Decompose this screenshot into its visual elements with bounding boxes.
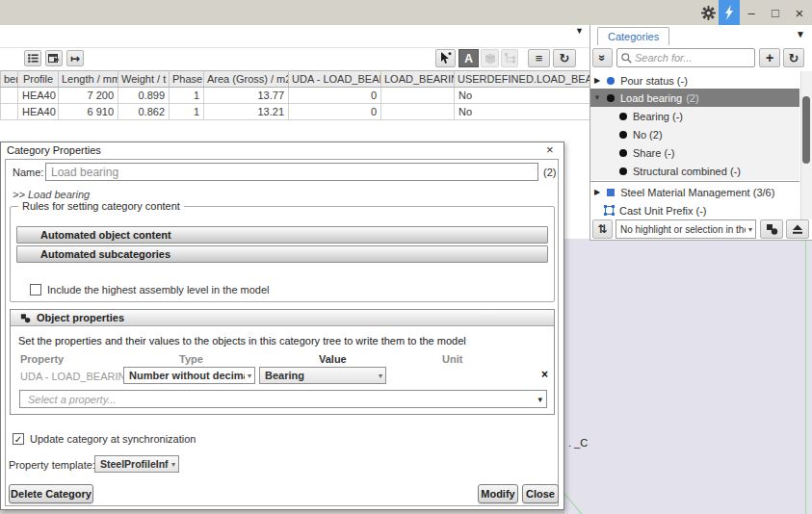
dropdown-value: No highlight or selection in the mod [616, 224, 746, 235]
tree-item-pour-status[interactable]: ▶ Pour status (-) [590, 71, 799, 90]
report-list-button[interactable] [24, 50, 41, 66]
tree-item-label: Pour status (-) [620, 75, 688, 87]
check-icon: ✓ [14, 434, 22, 445]
expander-automated-object-content[interactable]: Automated object content [16, 226, 548, 244]
eject-button[interactable] [786, 219, 809, 239]
model-viewport[interactable]: . _C [564, 239, 812, 514]
select-property-combobox[interactable]: Select a property... ▾ [19, 390, 547, 408]
cell [381, 88, 455, 104]
minimize-button[interactable]: – [742, 3, 761, 22]
cursor-arrow-icon [440, 52, 452, 64]
table-row[interactable]: HEA40 7 200 0.899 1 13.77 0 No [1, 88, 590, 104]
checkbox-checked[interactable]: ✓ [13, 433, 24, 445]
table-row[interactable]: HEA40 6 910 0.862 1 13.21 0 No [1, 104, 590, 120]
list-view-button[interactable]: ≡ [528, 49, 550, 67]
plus-icon: + [766, 50, 773, 65]
tree-item-bearing[interactable]: Bearing (-) [590, 107, 799, 125]
text-mode-button[interactable]: A [458, 49, 479, 67]
property-type-select[interactable]: Number without decimal: ▾ [123, 367, 255, 384]
hierarchy-button [501, 49, 518, 67]
remove-property-icon[interactable]: × [541, 368, 548, 381]
divider [0, 47, 589, 48]
gear-icon[interactable] [698, 3, 718, 22]
scrollbar-thumb[interactable] [802, 96, 810, 164]
marquee-icon [604, 205, 615, 216]
expander-automated-subcategories[interactable]: Automated subcategories [16, 245, 548, 263]
categories-panel: Categories ▼ » Search for... + ↻ ▶ Pour … [589, 25, 812, 241]
cell [1, 104, 18, 120]
name-input[interactable]: Load bearing [45, 163, 538, 181]
expand-arrow-icon[interactable]: ▶ [594, 188, 600, 196]
column-header[interactable]: Profile [18, 71, 59, 88]
grid-line-diagonal [563, 493, 583, 514]
refresh-table-button[interactable]: ↻ [553, 49, 576, 67]
search-input[interactable]: Search for... [616, 48, 755, 67]
tree-item-structural-combined[interactable]: Structural combined (-) [590, 162, 799, 180]
update-category-checkbox-row[interactable]: ✓ Update category at synchronization [13, 433, 196, 445]
collapse-arrow-icon[interactable]: ▼ [593, 93, 601, 102]
highlight-mode-dropdown[interactable]: No highlight or selection in the mod ▾ [616, 219, 756, 239]
black-bullet-icon [619, 149, 627, 157]
column-property-label: Property [20, 353, 64, 365]
tree-item-label: No (2) [633, 129, 663, 141]
cell: 1 [170, 104, 204, 120]
window-titlebar: – □ × [0, 0, 812, 25]
column-header[interactable]: UDA - LOAD_BEARING [289, 71, 381, 88]
refresh-icon: ↻ [789, 51, 799, 65]
tekla-app-icon[interactable] [719, 0, 740, 25]
tree-item-cast-unit-prefix[interactable]: Cast Unit Prefix (-) [590, 201, 799, 219]
dialog-titlebar[interactable]: Category Properties × [1, 142, 563, 158]
tree-item-no[interactable]: No (2) [590, 125, 799, 143]
column-header[interactable]: USERDEFINED.LOAD_BEARING [455, 71, 590, 88]
tree-item-count: (2) [686, 92, 698, 104]
object-properties-panel: Object properties Set the properties and… [10, 309, 555, 415]
panel-menu-arrow-icon[interactable]: ▼ [796, 29, 805, 39]
sync-selection-button[interactable]: ⇅ [592, 219, 613, 239]
column-header[interactable]: Weight / t [118, 71, 170, 88]
close-button[interactable]: Close [522, 484, 559, 503]
value-select-value: Bearing [260, 370, 376, 381]
tab-categories[interactable]: Categories [597, 27, 669, 45]
cell: No [455, 88, 590, 104]
dialog-close-icon[interactable]: × [546, 142, 554, 157]
tree-item-load-bearing-selected[interactable]: ▼ Load bearing (2) [590, 89, 799, 107]
column-header[interactable]: ber [1, 71, 18, 88]
export-icon: ↦ [70, 52, 80, 65]
tree-scrollbar[interactable] [800, 71, 812, 219]
column-header[interactable]: Phase [170, 71, 204, 88]
model-object-table: ber Profile Length / mm Weight / t Phase… [0, 70, 590, 120]
expand-arrow-icon[interactable]: ▶ [594, 76, 600, 85]
tree-separator [590, 181, 799, 182]
tree-item-steel-material-management[interactable]: ▶ Steel Material Management (3/6) [590, 183, 799, 201]
refresh-categories-button[interactable]: ↻ [783, 48, 804, 67]
double-chevron-icon: » [596, 55, 610, 62]
include-assembly-checkbox-row[interactable]: Include the highest assembly level in th… [30, 284, 270, 296]
object-display-button[interactable] [760, 219, 783, 239]
tree-item-share[interactable]: Share (-) [590, 143, 799, 162]
column-header[interactable]: Length / mm [59, 71, 118, 88]
modify-button[interactable]: Modify [478, 484, 518, 503]
checkbox-label: Include the highest assembly level in th… [47, 284, 270, 296]
column-header[interactable]: LOAD_BEARING [381, 71, 455, 88]
open-panel-button[interactable] [45, 50, 63, 66]
cube-view-button [481, 49, 499, 67]
delete-category-button[interactable]: Delete Category [9, 484, 93, 503]
export-button[interactable]: ↦ [66, 50, 84, 66]
cell: 1 [170, 88, 204, 104]
select-cursor-button[interactable] [435, 49, 456, 67]
close-window-button[interactable]: × [790, 3, 809, 22]
dialog-title: Category Properties [7, 144, 101, 156]
collapse-all-button[interactable]: » [592, 48, 613, 67]
tree-item-label: Bearing (-) [633, 111, 683, 122]
template-select-value: SteelProfileInfo [95, 458, 169, 470]
property-template-select[interactable]: SteelProfileInfo ▾ [94, 455, 179, 473]
tree-item-label: Cast Unit Prefix (-) [619, 205, 706, 217]
add-category-button[interactable]: + [759, 48, 780, 67]
maximize-button[interactable]: □ [766, 3, 785, 22]
property-value-select[interactable]: Bearing ▾ [259, 367, 386, 384]
object-properties-header[interactable]: Object properties [11, 310, 554, 326]
checkbox-unchecked[interactable] [30, 284, 41, 296]
column-header[interactable]: Area (Gross) / m2 [204, 71, 289, 88]
object-properties-title: Object properties [37, 312, 124, 323]
column-menu-arrow-icon[interactable]: ▼ [575, 26, 584, 36]
